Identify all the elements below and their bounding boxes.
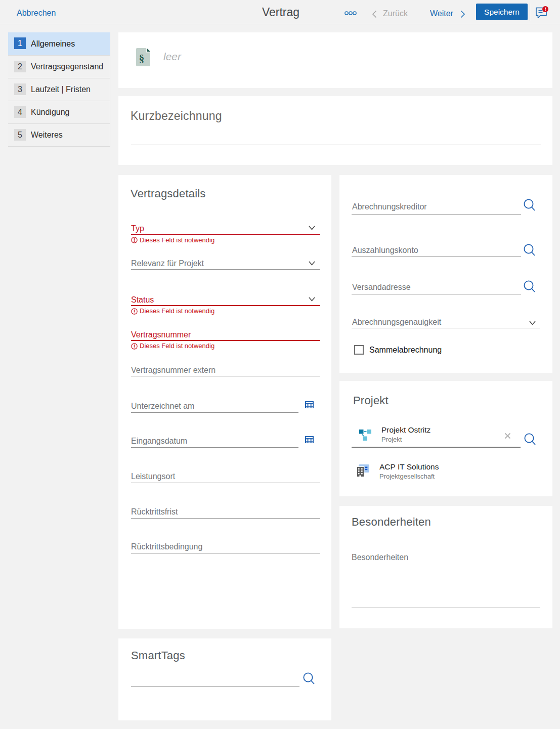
- svg-text:§: §: [139, 53, 145, 65]
